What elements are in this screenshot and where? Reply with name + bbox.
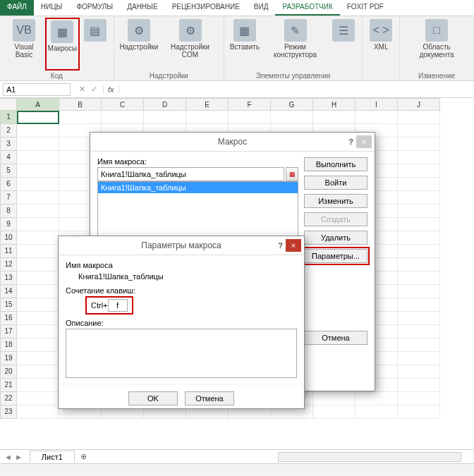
cell[interactable] <box>17 151 59 164</box>
tab-2[interactable]: ДАННЫЕ <box>120 0 164 16</box>
row-header[interactable]: 19 <box>0 352 17 365</box>
cell[interactable] <box>398 312 440 325</box>
close-icon[interactable]: × <box>286 239 301 252</box>
cell[interactable] <box>398 392 440 405</box>
ribbon-button[interactable]: ⚙Надстройки <box>119 18 160 71</box>
ribbon-button[interactable]: ✎Режим конструктора <box>262 18 328 71</box>
cell[interactable] <box>356 392 398 405</box>
cell[interactable] <box>17 365 59 379</box>
cell[interactable] <box>17 164 59 178</box>
cell[interactable] <box>398 352 440 365</box>
column-header[interactable]: I <box>356 98 398 111</box>
row-header[interactable]: 5 <box>0 164 17 178</box>
close-icon[interactable]: × <box>356 135 372 148</box>
column-header[interactable]: H <box>313 98 356 111</box>
ribbon-button[interactable]: < >XML <box>367 18 395 78</box>
cell[interactable] <box>17 325 59 338</box>
row-header[interactable]: 7 <box>0 191 17 205</box>
tab-6[interactable]: Foxit PDF <box>340 0 391 16</box>
cell[interactable] <box>17 312 59 325</box>
cell[interactable] <box>313 405 356 419</box>
delete-button[interactable]: Удалить <box>304 231 367 245</box>
cell[interactable] <box>17 271 59 285</box>
row-header[interactable]: 6 <box>0 178 17 191</box>
cell[interactable] <box>398 258 440 271</box>
column-header[interactable]: A <box>17 98 59 111</box>
new-sheet-icon[interactable]: ⊕ <box>75 451 92 463</box>
cell[interactable] <box>17 205 59 218</box>
sheet-tab[interactable]: Лист1 <box>30 451 75 463</box>
cell[interactable] <box>398 325 440 338</box>
column-header[interactable]: D <box>144 98 186 111</box>
cell[interactable] <box>398 338 440 352</box>
cell[interactable] <box>186 111 229 124</box>
cell[interactable] <box>398 379 440 392</box>
row-header[interactable]: 12 <box>0 258 17 271</box>
row-header[interactable]: 23 <box>0 405 17 419</box>
tab-0[interactable]: НИЦЫ <box>34 0 70 16</box>
help-icon[interactable]: ? <box>348 138 353 146</box>
cell[interactable] <box>17 138 59 151</box>
ribbon-button[interactable]: ▦Макросы <box>45 18 80 71</box>
macro-name-input[interactable] <box>97 167 284 181</box>
cell[interactable] <box>17 258 59 271</box>
row-header[interactable]: 16 <box>0 312 17 325</box>
cell[interactable] <box>398 111 440 124</box>
ribbon-button[interactable]: ▦Вставить <box>229 18 261 71</box>
column-header[interactable]: B <box>59 98 102 111</box>
cell[interactable] <box>17 338 59 352</box>
cell[interactable] <box>313 392 356 405</box>
row-header[interactable]: 3 <box>0 138 17 151</box>
cancel-button[interactable]: Отмена <box>185 391 234 405</box>
tab-developer[interactable]: РАЗРАБОТЧИК <box>275 0 339 16</box>
cancel-button[interactable]: Отмена <box>304 331 367 345</box>
row-header[interactable]: 21 <box>0 379 17 392</box>
column-header[interactable]: C <box>102 98 144 111</box>
row-header[interactable]: 20 <box>0 365 17 379</box>
cell[interactable] <box>356 111 398 124</box>
column-header[interactable]: E <box>186 98 229 111</box>
cell[interactable] <box>59 111 102 124</box>
row-header[interactable]: 22 <box>0 392 17 405</box>
cell[interactable] <box>398 178 440 191</box>
column-header[interactable]: J <box>398 98 440 111</box>
tab-4[interactable]: ВИД <box>247 0 276 16</box>
cell[interactable] <box>17 352 59 365</box>
macro-list-item[interactable]: Книга1!Шапка_таблицы <box>98 182 298 193</box>
ribbon-button[interactable]: ☰ <box>329 18 358 71</box>
cell[interactable] <box>398 231 440 245</box>
description-input[interactable] <box>66 329 297 378</box>
formula-input[interactable] <box>119 84 474 95</box>
cell[interactable] <box>398 205 440 218</box>
ribbon-button[interactable]: ⚙Надстройки COM <box>161 18 219 71</box>
cell[interactable] <box>398 191 440 205</box>
row-header[interactable]: 18 <box>0 338 17 352</box>
row-header[interactable]: 8 <box>0 205 17 218</box>
step-button[interactable]: Войти <box>304 176 367 190</box>
ribbon-button[interactable]: ▤ <box>81 18 109 71</box>
cell[interactable] <box>17 298 59 312</box>
cell[interactable] <box>17 124 59 138</box>
cell[interactable] <box>398 271 440 285</box>
row-header[interactable]: 2 <box>0 124 17 138</box>
row-header[interactable]: 11 <box>0 245 17 258</box>
cell[interactable] <box>398 365 440 379</box>
cell[interactable] <box>17 218 59 231</box>
cell[interactable] <box>398 124 440 138</box>
cell[interactable] <box>398 218 440 231</box>
row-header[interactable]: 15 <box>0 298 17 312</box>
enter-icon[interactable]: ✓ <box>91 85 97 94</box>
row-header[interactable]: 13 <box>0 271 17 285</box>
horizontal-scrollbar[interactable] <box>278 452 461 462</box>
options-button[interactable]: Параметры... <box>304 249 367 263</box>
sheet-nav-prev-icon[interactable]: ◄ <box>4 453 12 461</box>
cell[interactable] <box>398 151 440 164</box>
cell[interactable] <box>17 231 59 245</box>
ok-button[interactable]: OK <box>128 391 178 405</box>
cell[interactable] <box>271 111 313 124</box>
row-header[interactable]: 14 <box>0 285 17 298</box>
cell[interactable] <box>398 245 440 258</box>
cell[interactable] <box>17 285 59 298</box>
column-header[interactable]: F <box>229 98 271 111</box>
fx-icon[interactable]: fx <box>103 85 119 94</box>
